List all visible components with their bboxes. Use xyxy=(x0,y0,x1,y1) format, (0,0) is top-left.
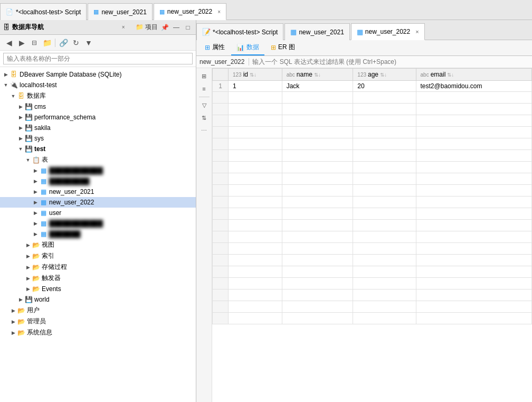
panel-tab-project[interactable]: 📁 项目 xyxy=(136,23,158,32)
tab-new-user-2021[interactable]: ▦ new_user_2021 xyxy=(88,3,152,20)
col-filter-name[interactable]: ⇅↓ xyxy=(314,72,321,78)
arrow-blurred1[interactable] xyxy=(32,167,39,174)
tree-item-indexes[interactable]: 📂 索引 xyxy=(0,250,196,261)
tab-new-user-2022-right[interactable]: ▦ new_user_2022 × xyxy=(351,23,425,40)
arrow-test[interactable] xyxy=(17,145,24,153)
tree-item-new-user-2021[interactable]: ▦ new_user_2021 xyxy=(0,186,196,197)
nav-forward-btn[interactable]: ▶ xyxy=(16,37,27,49)
th-name[interactable]: abc name ⇅↓ xyxy=(282,69,353,81)
tab-new-user-2022-close[interactable]: × xyxy=(217,9,221,15)
link-editor-btn[interactable]: 🔗 xyxy=(58,37,69,49)
arrow-localhost[interactable] xyxy=(2,81,10,89)
tab-new-user-2022-right-close[interactable]: × xyxy=(415,29,419,35)
arrow-new-user-2021[interactable] xyxy=(32,188,39,195)
arrow-blurred4[interactable] xyxy=(32,230,39,238)
arrow-databases[interactable] xyxy=(10,92,17,100)
cell-id[interactable]: 1 xyxy=(229,81,282,92)
refresh-btn[interactable]: ↻ xyxy=(70,37,82,49)
col-filter-age[interactable]: ⇅↓ xyxy=(380,72,387,78)
tree-item-admins[interactable]: 📂 管理员 xyxy=(0,316,196,327)
empty-cell xyxy=(282,313,353,324)
tree-item-localhost[interactable]: 🔌 localhost-test xyxy=(0,80,196,90)
sec-tab-er[interactable]: ⊞ ER 图 xyxy=(265,41,300,55)
col-filter-id[interactable]: ⇅↓ xyxy=(250,72,256,78)
arrow-user[interactable] xyxy=(32,209,39,217)
arrow-procedures[interactable] xyxy=(24,264,32,271)
tree-label-blurred1: ████████████ xyxy=(49,167,103,174)
cell-age[interactable]: 20 xyxy=(353,81,416,92)
tree-item-blurred4[interactable]: ▦ ███████ xyxy=(0,229,196,239)
arrow-triggers[interactable] xyxy=(24,275,32,282)
tree-item-blurred3[interactable]: ▦ ████████████ xyxy=(0,218,196,229)
arrow-sys[interactable] xyxy=(17,135,24,142)
search-input[interactable] xyxy=(3,53,193,64)
arrow-sysinfo[interactable] xyxy=(10,329,17,336)
new-folder-btn[interactable]: 📁 xyxy=(41,37,53,49)
cell-email[interactable]: test2@baomidou.com xyxy=(416,81,531,92)
pin-icon[interactable]: 📌 xyxy=(160,23,169,32)
arrow-tables[interactable] xyxy=(24,156,32,164)
empty-row-num xyxy=(213,173,229,185)
tree-item-users[interactable]: 📂 用户 xyxy=(0,305,196,316)
empty-row xyxy=(213,185,532,197)
tree-item-dbeaver[interactable]: 🗄 DBeaver Sample Database (SQLite) xyxy=(0,69,196,80)
tree-item-new-user-2022[interactable]: ▦ new_user_2022 xyxy=(0,197,196,208)
arrow-cms[interactable] xyxy=(17,103,24,110)
sec-tab-data[interactable]: 📊 数据 xyxy=(231,41,264,55)
tree-item-triggers[interactable]: 📂 触发器 xyxy=(0,273,196,284)
empty-cell xyxy=(229,115,282,127)
tree-item-cms[interactable]: 💾 cms xyxy=(0,101,196,112)
arrow-views[interactable] xyxy=(24,241,32,249)
col-filter-email[interactable]: ⇅↓ xyxy=(447,72,454,78)
arrow-users[interactable] xyxy=(10,307,17,314)
record-view-btn[interactable]: ≡ xyxy=(198,83,210,95)
tab-new-user-2021-right[interactable]: ▦ new_user_2021 xyxy=(284,23,349,40)
arrow-indexes[interactable] xyxy=(24,253,32,260)
sort-btn[interactable]: ⇅ xyxy=(198,112,210,124)
arrow-sakila[interactable] xyxy=(17,124,24,132)
arrow-dbeaver[interactable] xyxy=(2,71,10,78)
tree-item-test[interactable]: 💾 test xyxy=(0,144,196,154)
empty-cell xyxy=(353,197,416,208)
dropdown-btn[interactable]: ▼ xyxy=(83,37,94,49)
arrow-blurred3[interactable] xyxy=(32,220,39,227)
arrow-performance[interactable] xyxy=(17,114,24,121)
th-age[interactable]: 123 age ⇅↓ xyxy=(353,69,416,81)
tree-item-world[interactable]: 💾 world xyxy=(0,294,196,305)
collapse-btn[interactable]: ⊟ xyxy=(28,37,40,49)
arrow-new-user-2022[interactable] xyxy=(32,199,39,206)
empty-cell xyxy=(282,255,353,266)
maximize-icon[interactable]: □ xyxy=(183,23,193,32)
cell-name[interactable]: Jack xyxy=(282,81,353,92)
arrow-world[interactable] xyxy=(17,296,24,303)
arrow-admins[interactable] xyxy=(10,318,17,325)
th-email[interactable]: abc email ⇅↓ xyxy=(416,69,531,81)
arrow-blurred2[interactable] xyxy=(32,177,39,185)
tab-script-editor[interactable]: 📝 *<localhost-test> Script xyxy=(196,23,283,40)
minimize-icon[interactable]: — xyxy=(172,23,181,32)
tree-item-performance[interactable]: 💾 performance_schema xyxy=(0,112,196,123)
arrow-events[interactable] xyxy=(24,285,32,293)
tree-item-blurred2[interactable]: ▦ █████████ xyxy=(0,176,196,186)
tab-new-user-2022[interactable]: ▦ new_user_2022 × xyxy=(154,3,226,20)
tree-item-user[interactable]: ▦ user xyxy=(0,208,196,218)
grid-view-btn[interactable]: ⊞ xyxy=(198,70,210,82)
filter-btn-side[interactable]: ▽ xyxy=(198,99,210,111)
tree-item-sysinfo[interactable]: 📂 系统信息 xyxy=(0,327,196,338)
sec-tab-properties[interactable]: ⊞ 属性 xyxy=(200,41,230,55)
table-icon-2022: ▦ xyxy=(159,8,165,15)
filter-input[interactable] xyxy=(252,58,529,66)
nav-back-btn[interactable]: ◀ xyxy=(3,37,15,49)
tree-item-sakila[interactable]: 💾 sakila xyxy=(0,123,196,133)
extra-btn[interactable]: ⋯ xyxy=(198,125,210,136)
tree-item-views[interactable]: 📂 视图 xyxy=(0,239,196,250)
tree-item-events[interactable]: 📂 Events xyxy=(0,284,196,294)
tree-item-tables[interactable]: 📋 表 xyxy=(0,154,196,165)
tree-item-sys[interactable]: 💾 sys xyxy=(0,133,196,144)
tab-script[interactable]: 📄 *<localhost-test> Script xyxy=(0,3,87,20)
tree-item-procedures[interactable]: 📂 存储过程 xyxy=(0,261,196,273)
tree-item-blurred1[interactable]: ▦ ████████████ xyxy=(0,165,196,176)
panel-close[interactable]: × xyxy=(122,24,125,30)
th-id[interactable]: 123 id ⇅↓ xyxy=(229,69,282,81)
tree-item-databases[interactable]: 🗄 数据库 xyxy=(0,90,196,101)
